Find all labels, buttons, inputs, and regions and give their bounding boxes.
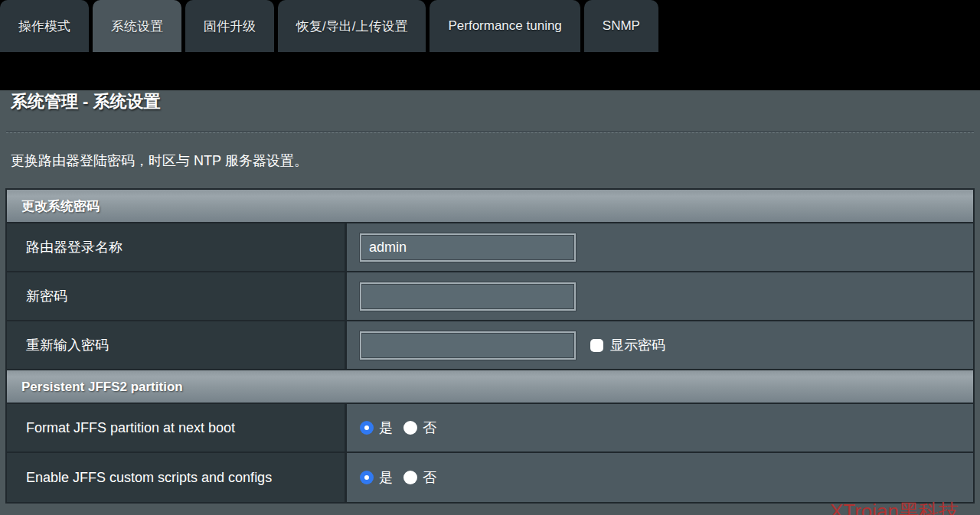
format-jffs-no-radio[interactable] [403,421,417,435]
tab-snmp[interactable]: SNMP [584,0,658,52]
tab-restore-save-upload[interactable]: 恢复/导出/上传设置 [278,0,426,52]
new-password-input[interactable] [360,282,576,311]
table-row-enable-jffs-scripts: Enable JFFS custom scripts and configs 是… [7,453,973,502]
table-row-login-name: 路由器登录名称 [7,223,973,272]
section-header-change-password: 更改系统密码 [7,190,973,223]
retype-password-label: 重新输入密码 [7,321,347,369]
table-row-new-password: 新密码 [7,272,973,321]
settings-table: 更改系统密码 路由器登录名称 新密码 重新输入密码 显示密码 Persisten… [5,188,975,504]
enable-jffs-scripts-yes-radio[interactable] [360,471,374,484]
main-content: 系统管理 - 系统设置 更换路由器登陆密码，时区与 NTP 服务器设置。 更改系… [0,90,980,515]
table-row-format-jffs: Format JFFS partition at next boot 是 否 [7,404,973,453]
show-password-checkbox[interactable] [590,339,603,352]
login-name-label: 路由器登录名称 [7,223,347,271]
format-jffs-label: Format JFFS partition at next boot [7,404,347,451]
top-tab-bar: 操作模式 系统设置 固件升级 恢复/导出/上传设置 Performance tu… [0,0,980,52]
show-password-label: 显示密码 [610,336,665,354]
format-jffs-value-cell: 是 否 [347,404,973,451]
tab-system-settings[interactable]: 系统设置 [93,0,181,52]
enable-jffs-scripts-radio-group: 是 否 [360,468,447,487]
enable-jffs-scripts-no-radio[interactable] [403,471,417,484]
enable-jffs-scripts-no-label: 否 [423,468,436,487]
title-divider [6,131,974,133]
enable-jffs-scripts-value-cell: 是 否 [347,453,973,502]
enable-jffs-scripts-yes-label: 是 [379,468,393,487]
new-password-value-cell [347,272,973,320]
enable-jffs-scripts-label: Enable JFFS custom scripts and configs [7,453,347,502]
retype-password-input[interactable] [360,331,576,360]
retype-password-value-cell: 显示密码 [347,321,973,369]
section-header-jffs-partition: Persistent JFFS2 partition [7,370,973,404]
page-description: 更换路由器登陆密码，时区与 NTP 服务器设置。 [11,152,980,170]
page-title: 系统管理 - 系统设置 [11,90,980,113]
format-jffs-yes-radio[interactable] [360,421,374,435]
table-row-retype-password: 重新输入密码 显示密码 [7,321,973,370]
format-jffs-radio-group: 是 否 [360,419,447,437]
login-name-input[interactable] [360,233,576,262]
tab-firmware-upgrade[interactable]: 固件升级 [185,0,274,52]
login-name-value-cell [347,223,973,271]
format-jffs-yes-label: 是 [379,419,393,437]
format-jffs-no-label: 否 [423,419,436,437]
new-password-label: 新密码 [7,272,347,320]
tab-performance-tuning[interactable]: Performance tuning [430,0,580,52]
tab-operation-mode[interactable]: 操作模式 [0,0,89,52]
